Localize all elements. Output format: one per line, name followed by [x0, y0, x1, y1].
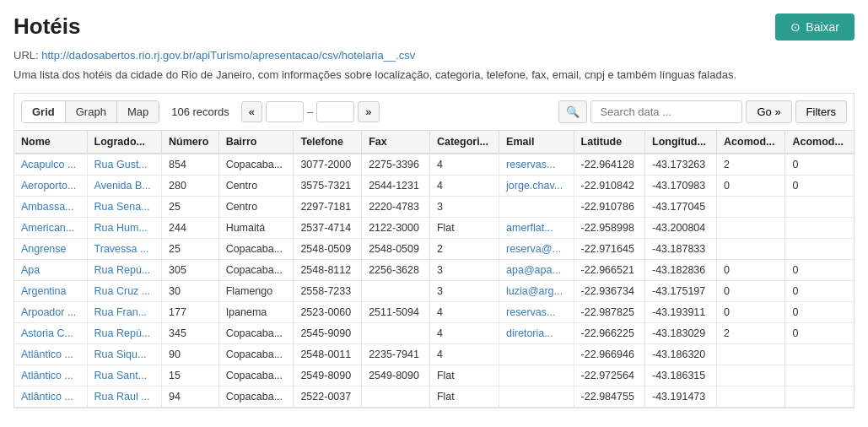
table-cell: 280	[162, 176, 219, 197]
table-cell: 3077-2000	[294, 154, 362, 176]
table-cell: 2	[429, 239, 499, 260]
table-header-cell: Acomod...	[717, 131, 785, 154]
table-cell: -43.175197	[645, 281, 717, 302]
table-cell: Atlântico ...	[14, 386, 87, 408]
table-cell: 0	[717, 302, 785, 323]
table-cell: -22.910786	[574, 197, 644, 218]
table-header-cell: Telefone	[294, 131, 362, 154]
table-cell: Flat	[429, 386, 499, 408]
table-cell: 4	[429, 344, 499, 365]
table-cell: 177	[162, 302, 219, 323]
table-cell	[362, 386, 430, 408]
table-header-cell: Nome	[14, 131, 87, 154]
table-cell: Ambassa...	[14, 197, 87, 218]
table-cell: luzia@arg...	[499, 281, 574, 302]
table-cell: Acapulco ...	[14, 154, 87, 176]
table-row[interactable]: AngrenseTravessa ...25Copacaba...2548-05…	[14, 239, 854, 260]
baixar-label: Baixar	[806, 20, 839, 34]
table-header-cell: Email	[499, 131, 574, 154]
table-header-row: NomeLogrado...NúmeroBairroTelefoneFaxCat…	[14, 131, 854, 154]
table-row[interactable]: Ambassa...Rua Sena...25Centro2297-718122…	[14, 197, 854, 218]
table-cell: -43.187833	[645, 239, 717, 260]
download-icon: ⊙	[790, 20, 801, 34]
search-icon-button[interactable]: 🔍	[558, 100, 587, 123]
grid-tab[interactable]: Grid	[22, 101, 66, 122]
pagination: « 0 – 100 »	[241, 101, 380, 122]
table-cell: 90	[162, 344, 219, 365]
next-page-button[interactable]: »	[358, 101, 379, 122]
table-cell: 4	[429, 154, 499, 176]
table-cell: Rua Repú...	[87, 260, 162, 281]
table-header-cell: Fax	[362, 131, 430, 154]
table-cell: 2235-7941	[362, 344, 430, 365]
page-to-input[interactable]: 100	[316, 101, 354, 122]
table-row[interactable]: Acapulco ...Rua Gust...854Copacaba...307…	[14, 154, 854, 176]
table-cell: Avenida B...	[87, 176, 162, 197]
table-cell: 15	[162, 365, 219, 386]
table-cell: Copacaba...	[218, 154, 294, 176]
page-title: Hotéis	[13, 14, 80, 40]
table-cell: Flat	[429, 365, 499, 386]
table-cell: American...	[14, 218, 87, 239]
table-cell	[717, 365, 785, 386]
table-cell: Rua Siqu...	[87, 344, 162, 365]
go-button[interactable]: Go »	[746, 100, 791, 123]
page-from-input[interactable]: 0	[266, 101, 304, 122]
table-cell: -22.987825	[574, 302, 644, 323]
table-cell	[717, 218, 785, 239]
table-cell	[499, 365, 574, 386]
table-header-cell: Bairro	[218, 131, 294, 154]
table-cell: 2548-0509	[362, 239, 430, 260]
table-cell: Rua Sant...	[87, 365, 162, 386]
table-header-cell: Longitud...	[645, 131, 717, 154]
table-cell: -22.966225	[574, 323, 644, 344]
table-row[interactable]: Aeroporto...Avenida B...280Centro3575-73…	[14, 176, 854, 197]
table-cell: Astoria C...	[14, 323, 87, 344]
table-cell: reserva@...	[499, 239, 574, 260]
baixar-button[interactable]: ⊙ Baixar	[775, 14, 855, 41]
table-cell: 2548-0011	[294, 344, 362, 365]
url-link[interactable]: http://dadosabertos.rio.rj.gov.br/apiTur…	[41, 49, 415, 62]
table-row[interactable]: ApaRua Repú...305Copacaba...2548-8112225…	[14, 260, 854, 281]
map-tab[interactable]: Map	[117, 101, 159, 122]
table-cell: -22.958998	[574, 218, 644, 239]
search-icon: 🔍	[566, 105, 580, 118]
table-header-cell: Acomod...	[785, 131, 854, 154]
table-cell: 0	[785, 323, 854, 344]
table-cell: 2297-7181	[294, 197, 362, 218]
table-cell	[717, 386, 785, 408]
filters-button[interactable]: Filters	[795, 100, 847, 123]
table-row[interactable]: Atlântico ...Rua Sant...15Copacaba...254…	[14, 365, 854, 386]
table-cell: Rua Gust...	[87, 154, 162, 176]
table-row[interactable]: Astoria C...Rua Repú...345Copacaba...254…	[14, 323, 854, 344]
table-cell: Rua Repú...	[87, 323, 162, 344]
table-row[interactable]: ArgentinaRua Cruz ...30Flamengo2558-7233…	[14, 281, 854, 302]
table-row[interactable]: Atlântico ...Rua Siqu...90Copacaba...254…	[14, 344, 854, 365]
table-cell: 2548-8112	[294, 260, 362, 281]
url-label: URL:	[13, 49, 39, 62]
table-cell: Copacaba...	[218, 365, 294, 386]
table-row[interactable]: American...Rua Hum...244Humaitá2537-4714…	[14, 218, 854, 239]
table-row[interactable]: Arpoador ...Rua Fran...177Ipanema2523-00…	[14, 302, 854, 323]
table-cell	[362, 323, 430, 344]
table-cell	[717, 239, 785, 260]
table-cell: 0	[717, 281, 785, 302]
table-cell: 25	[162, 239, 219, 260]
url-row: URL: http://dadosabertos.rio.rj.gov.br/a…	[13, 49, 855, 62]
table-header-cell: Número	[162, 131, 219, 154]
table-cell: -43.186320	[645, 344, 717, 365]
table-cell: reservas...	[499, 302, 574, 323]
table-cell: 0	[717, 260, 785, 281]
table-cell: -43.177045	[645, 197, 717, 218]
search-area: 🔍 Go » Filters	[558, 100, 847, 123]
table-cell: Copacaba...	[218, 260, 294, 281]
graph-tab[interactable]: Graph	[66, 101, 117, 122]
table-cell: 2549-8090	[294, 365, 362, 386]
table-cell: Apa	[14, 260, 87, 281]
table-cell: 0	[717, 176, 785, 197]
prev-page-button[interactable]: «	[241, 101, 262, 122]
table-row[interactable]: Atlântico ...Rua Raul ...94Copacaba...25…	[14, 386, 854, 408]
search-input[interactable]	[590, 100, 742, 123]
table-cell: -43.191473	[645, 386, 717, 408]
description: Uma lista dos hotéis da cidade do Rio de…	[13, 68, 855, 81]
